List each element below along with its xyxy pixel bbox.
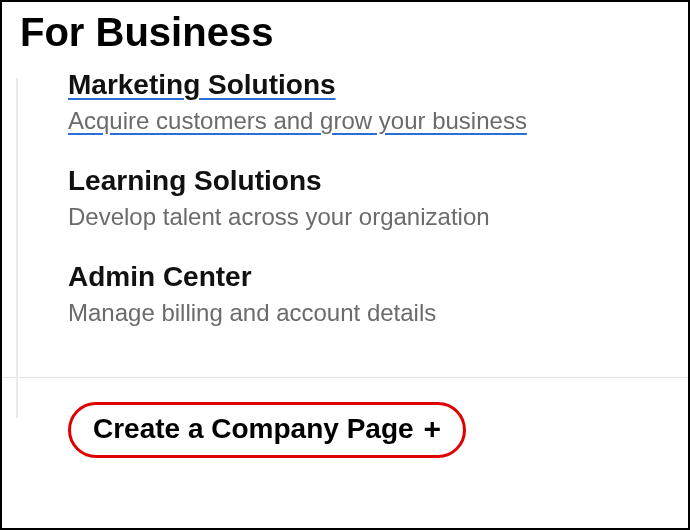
create-company-page-button[interactable]: Create a Company Page + — [68, 402, 466, 458]
header: For Business — [2, 2, 688, 69]
menu-item-admin[interactable]: Admin Center Manage billing and account … — [68, 261, 688, 327]
menu-item-marketing[interactable]: Marketing Solutions Acquire customers an… — [68, 69, 688, 135]
cta-label: Create a Company Page — [93, 413, 414, 445]
divider-line — [16, 78, 18, 418]
menu-item-title: Admin Center — [68, 261, 252, 293]
menu-item-desc: Manage billing and account details — [68, 299, 688, 327]
footer: Create a Company Page + — [2, 377, 688, 458]
menu-section: Marketing Solutions Acquire customers an… — [2, 69, 688, 377]
plus-icon: + — [424, 414, 442, 444]
page-title: For Business — [20, 10, 688, 55]
menu-item-desc: Acquire customers and grow your business — [68, 107, 688, 135]
menu-item-desc: Develop talent across your organization — [68, 203, 688, 231]
menu-item-learning[interactable]: Learning Solutions Develop talent across… — [68, 165, 688, 231]
menu-item-title: Marketing Solutions — [68, 69, 336, 101]
menu-item-title: Learning Solutions — [68, 165, 322, 197]
